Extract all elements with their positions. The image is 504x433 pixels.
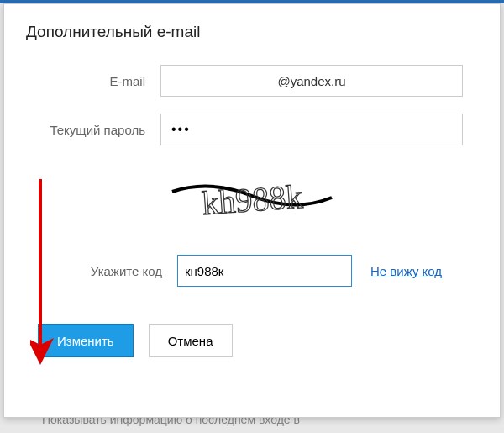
email-row: E-mail bbox=[26, 65, 478, 97]
email-field[interactable] bbox=[160, 65, 463, 97]
password-row: Текущий пароль ••• bbox=[26, 114, 478, 145]
email-label: E-mail bbox=[26, 74, 160, 88]
cancel-button[interactable]: Отмена bbox=[149, 324, 233, 357]
code-label: Укажите код bbox=[26, 264, 177, 278]
submit-button[interactable]: Изменить bbox=[38, 324, 134, 357]
refresh-captcha-link[interactable]: Не вижу код bbox=[370, 264, 442, 278]
captcha-image: kh988k bbox=[168, 162, 336, 230]
svg-text:kh988k: kh988k bbox=[201, 177, 304, 222]
additional-email-modal: Дополнительный e-mail E-mail Текущий пар… bbox=[3, 3, 501, 418]
password-field[interactable]: ••• bbox=[160, 114, 463, 145]
button-row: Изменить Отмена bbox=[26, 324, 478, 357]
captcha-code-field[interactable] bbox=[177, 255, 352, 287]
captcha-row: kh988k bbox=[26, 162, 478, 230]
password-label: Текущий пароль bbox=[26, 123, 160, 137]
modal-title: Дополнительный e-mail bbox=[26, 23, 478, 41]
code-row: Укажите код Не вижу код bbox=[26, 255, 478, 287]
